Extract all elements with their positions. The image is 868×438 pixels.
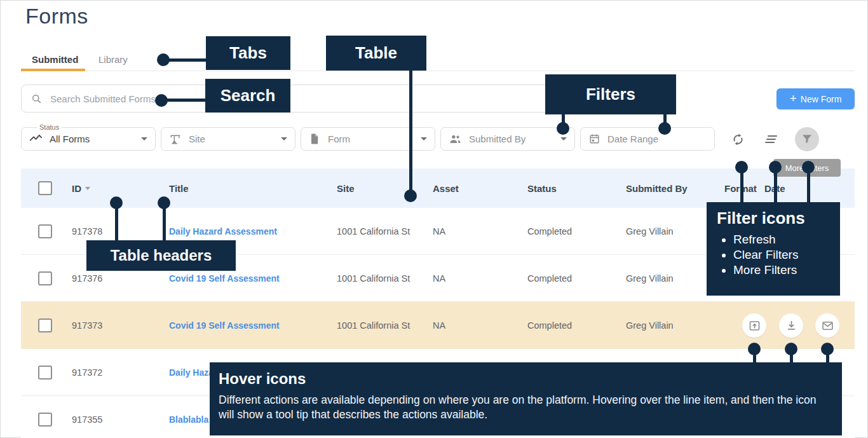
export-icon[interactable] [742,313,766,338]
cell-id: 917373 [62,320,161,331]
callout-search-label: Search [220,86,276,106]
cell-id: 917376 [62,273,161,284]
filter-form-value: Form [328,133,350,144]
connector-dot [557,122,569,135]
callout-hover-icons: Hover icons Different actions are availa… [210,362,842,435]
form-title-link[interactable]: Covid 19 Self Assessment [169,320,280,331]
form-title-link[interactable]: Daily Hazard Assessment [169,226,277,236]
callout-table: Table [326,36,426,71]
header-status[interactable]: Status [518,183,621,194]
download-icon[interactable] [779,313,803,338]
search-input[interactable] [49,93,541,105]
header-format[interactable]: Format [715,183,757,194]
form-title-link[interactable]: Blablabla [169,414,208,425]
callout-hover-icons-description: Different actions are available dependin… [219,393,831,422]
connector-line [807,167,810,202]
cell-site: 1001 California St [327,320,424,331]
callout-table-headers: Table headers [86,240,236,271]
row-checkbox[interactable] [38,224,52,238]
callout-filter-icons: Filter icons Refresh Clear Filters More … [707,202,840,296]
cell-asset: NA [424,226,518,236]
header-asset[interactable]: Asset [424,183,518,194]
row-checkbox[interactable] [38,271,52,285]
callout-tabs: Tabs [206,36,290,70]
header-submitted-by[interactable]: Submitted By [621,183,715,194]
filter-status-label: Status [37,123,62,131]
row-checkbox[interactable] [38,366,52,380]
cell-site: 1001 California St [327,226,424,236]
connector-line [163,58,206,62]
chevron-down-icon [421,137,427,140]
row-checkbox[interactable] [38,318,52,332]
chevron-down-icon [141,137,147,140]
cell-site: 1001 California St [327,273,424,284]
connector-line [826,349,829,362]
magnifier-icon [31,93,43,105]
cell-status: Completed [518,226,621,236]
filter-date-range[interactable]: Date Range [580,127,715,151]
cell-submitted-by: Greg Villain [621,226,715,236]
cell-id: 917355 [62,414,161,425]
callout-search: Search [205,79,290,113]
active-tab-indicator [21,69,85,71]
email-icon[interactable] [815,313,839,338]
list-item: Refresh [733,232,832,247]
chevron-down-icon [560,137,567,140]
header-title[interactable]: Title [161,183,327,194]
filter-date-range-value: Date Range [607,133,658,144]
callout-filters: Filters [545,74,676,114]
connector-line [163,203,166,240]
new-form-button[interactable]: + New Form [776,88,855,109]
tab-submitted[interactable]: Submitted [32,54,78,65]
select-all-checkbox[interactable] [38,181,52,195]
new-form-label: New Form [801,94,842,104]
clear-filters-icon[interactable] [763,131,782,147]
filter-site-value: Site [189,133,205,144]
cell-status: Completed [518,273,621,284]
people-icon [449,132,462,146]
connector-line [753,349,756,362]
connector-line [409,71,412,196]
sort-icon[interactable] [85,187,90,190]
table-row-hovered[interactable]: 917373 Covid 19 Self Assessment 1001 Cal… [21,302,855,349]
funnel-icon [801,133,813,146]
connector-line [740,167,743,202]
tab-divider [21,71,855,71]
form-title-link[interactable]: Covid 19 Self Assessment [169,273,280,284]
cell-asset: NA [424,273,518,284]
callout-table-headers-label: Table headers [111,247,212,264]
list-item: Clear Filters [733,247,832,263]
connector-line [161,99,205,102]
connector-dot [658,122,671,135]
cell-submitted-by: Greg Villain [621,320,715,331]
filter-submitted-by-dropdown[interactable]: Submitted By [440,127,575,151]
filter-site-dropdown[interactable]: Site [161,127,295,151]
callout-filters-label: Filters [586,85,635,104]
cell-status: Completed [518,320,621,331]
cell-submitted-by: Greg Villain [621,273,715,284]
filter-status-value: All Forms [50,133,90,144]
filter-status-dropdown[interactable]: Status All Forms [21,127,156,151]
header-id[interactable]: ID [62,183,161,194]
chevron-down-icon [281,137,287,140]
crane-icon [169,133,182,146]
tab-library[interactable]: Library [98,54,128,65]
callout-hover-icons-title: Hover icons [219,370,831,388]
cell-id: 917372 [62,367,161,378]
connector-dot [404,189,417,202]
filter-form-dropdown[interactable]: Form [301,127,435,151]
page-title: Forms [25,4,88,29]
connector-line [774,167,777,202]
callout-tabs-label: Tabs [229,43,267,63]
connector-line [115,203,118,240]
callout-filter-icons-list: Refresh Clear Filters More Filters [717,232,832,277]
row-checkbox[interactable] [38,413,52,427]
header-date[interactable]: Date [757,183,855,194]
refresh-icon[interactable] [728,130,747,149]
more-filters-button[interactable] [795,127,819,151]
callout-table-label: Table [355,43,397,63]
document-icon [309,133,321,145]
callout-filter-icons-title: Filter icons [717,209,832,228]
list-item: More Filters [733,263,832,278]
filter-submitted-by-value: Submitted By [469,133,526,144]
